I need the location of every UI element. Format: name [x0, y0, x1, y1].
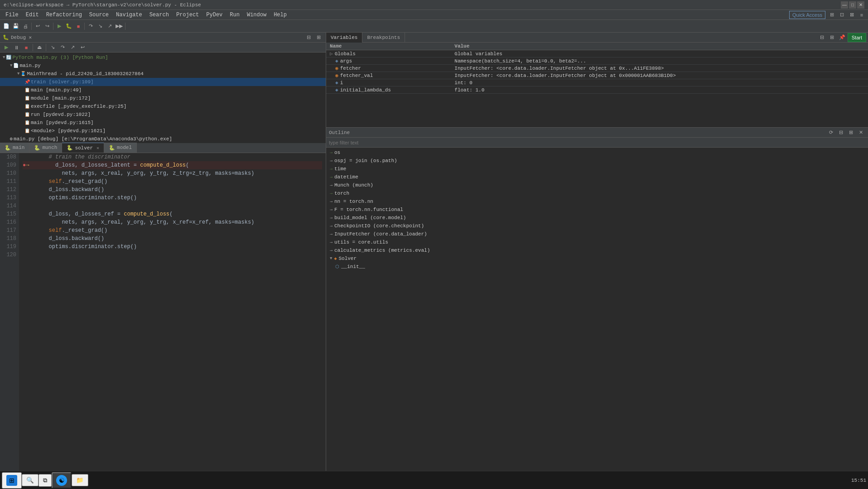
menu-file[interactable]: File	[2, 11, 22, 19]
outline-datetime[interactable]: → datetime	[326, 173, 868, 181]
tb-stop[interactable]: ■	[74, 22, 83, 31]
code-editor[interactable]: 108 109 110 111 112 113 114 115 116 117 …	[0, 153, 326, 479]
vars-row-globals[interactable]: ▷Globals Global variables	[326, 50, 868, 58]
outline-content[interactable]: → os → ospj = join (os.path) → time → da…	[326, 148, 868, 479]
outline-init-method[interactable]: ⬡ __init__	[326, 263, 868, 271]
tree-item-module1621-frame[interactable]: 📋 <module> [pydevd.py:1621]	[0, 127, 326, 135]
menu-window[interactable]: Window	[243, 11, 270, 19]
taskbar-eclipse-btn[interactable]: ☯	[52, 472, 72, 489]
debug-disconnect-btn[interactable]: ⏏	[35, 43, 44, 52]
tree-item-config[interactable]: ⚙ main.py [debug] [e:\ProgramData\Anacon…	[0, 135, 326, 143]
tab-munch[interactable]: 🐍 munch	[29, 143, 62, 153]
vars-collapse-all-btn[interactable]: ⊟	[818, 33, 827, 42]
outline-utils[interactable]: → utils = core.utils	[326, 238, 868, 246]
debug-tree[interactable]: ▼ 🔄 PyTorch main.py (3) [Python Run] ▼ 📄…	[0, 53, 326, 143]
outline-sync-btn[interactable]: ⟳	[826, 128, 835, 137]
tb-redo[interactable]: ↪	[43, 22, 52, 31]
tb-print[interactable]: 🖨	[21, 22, 30, 31]
outline-torch[interactable]: → torch	[326, 189, 868, 197]
tb-undo[interactable]: ↩	[33, 22, 42, 31]
taskbar-explorer-btn[interactable]: 📁	[72, 474, 88, 486]
taskbar-start-btn[interactable]: ⊞	[2, 472, 22, 489]
menu-search[interactable]: Search	[146, 11, 173, 19]
tb-new[interactable]: 📄	[2, 22, 11, 31]
tb-debug[interactable]: 🐛	[64, 22, 73, 31]
code-content[interactable]: # train the discriminator ●→ d_loss, d_l…	[19, 153, 326, 479]
outline-time[interactable]: → time	[326, 165, 868, 173]
vars-expand-all-btn[interactable]: ⊞	[828, 33, 837, 42]
outline-checkpointio[interactable]: → CheckpointIO (core.checkpoint)	[326, 222, 868, 230]
tree-item-run-frame[interactable]: 📋 run [pydevd.py:1022]	[0, 110, 326, 119]
outline-f[interactable]: → F = torch.nn.functional	[326, 206, 868, 214]
tab-model[interactable]: 🐍 model	[104, 143, 137, 153]
menu-source[interactable]: Source	[86, 11, 112, 19]
taskbar-search-btn[interactable]: 🔍	[22, 474, 39, 486]
tree-item-main-frame[interactable]: 📋 main [main.py:49]	[0, 86, 326, 94]
tab-solver[interactable]: 🐍 solver ✕	[62, 143, 104, 153]
menu-refactoring[interactable]: Refactoring	[43, 11, 86, 19]
debug-step-out-btn[interactable]: ↗	[68, 43, 77, 52]
variables-content[interactable]: Name Value ▷Globals Global variables ◈ar…	[326, 43, 868, 127]
debug-collapse-btn[interactable]: ⊟	[304, 33, 313, 42]
vars-row-args[interactable]: ◈args Namespace(batch_size=4, beta1=0.0,…	[326, 58, 868, 65]
tab-solver-close[interactable]: ✕	[96, 145, 99, 151]
outline-ospj[interactable]: → ospj = join (os.path)	[326, 157, 868, 165]
debug-suspend-btn[interactable]: ⏸	[12, 43, 21, 52]
maximize-button[interactable]: □	[849, 1, 856, 9]
menu-navigate[interactable]: Navigate	[112, 11, 146, 19]
outline-nn[interactable]: → nn = torch.nn	[326, 197, 868, 206]
tab-breakpoints[interactable]: Breakpoints	[362, 33, 405, 43]
start-button[interactable]: Start	[848, 33, 866, 42]
outline-build-model[interactable]: → build_model (core.model)	[326, 214, 868, 222]
outline-calc-metrics[interactable]: → calculate_metrics (metrics.eval)	[326, 246, 868, 254]
quick-access-button[interactable]: Quick Access	[789, 11, 825, 19]
debug-step-return-btn[interactable]: ↩	[78, 43, 87, 52]
taskbar-taskview-btn[interactable]: ⧉	[39, 474, 52, 487]
outline-expand-btn[interactable]: ⊞	[846, 128, 855, 137]
close-button[interactable]: ✕	[857, 1, 864, 9]
tb-step-into[interactable]: ↘	[96, 22, 105, 31]
tree-item-thread[interactable]: ▼ 🧵 MainThread - pid_22420_id_1830032627…	[0, 70, 326, 78]
toolbar-icon-2[interactable]: ⊡	[837, 10, 846, 19]
tree-item-train-frame[interactable]: 📌 train [solver.py:109]	[0, 78, 326, 86]
debug-step-into-btn[interactable]: ↘	[48, 43, 57, 52]
menu-pydev[interactable]: PyDev	[203, 11, 226, 19]
vars-row-fetcher[interactable]: ◉fetcher InputFetcher: <core.data.loader…	[326, 65, 868, 72]
tree-item-mainpy[interactable]: ▼ 📄 main.py	[0, 62, 326, 70]
outline-close-btn[interactable]: ✕	[856, 128, 865, 137]
tb-step-over[interactable]: ↷	[86, 22, 95, 31]
debug-resume-btn[interactable]: ▶	[2, 43, 11, 52]
outline-munch[interactable]: → Munch (munch)	[326, 181, 868, 189]
tree-item-module-frame[interactable]: 📋 module [main.py:172]	[0, 94, 326, 102]
tab-munch-icon: 🐍	[34, 145, 40, 151]
menu-run[interactable]: Run	[226, 11, 243, 19]
debug-stop-btn[interactable]: ■	[22, 43, 31, 52]
tree-item-main1615-frame[interactable]: 📋 main [pydevd.py:1615]	[0, 119, 326, 127]
tb-run[interactable]: ▶	[55, 22, 64, 31]
minimize-button[interactable]: —	[841, 1, 848, 9]
tree-item-process[interactable]: ▼ 🔄 PyTorch main.py (3) [Python Run]	[0, 53, 326, 62]
outline-solver-class[interactable]: ▼ ◆ Solver	[326, 254, 868, 263]
tab-variables[interactable]: Variables	[326, 33, 362, 43]
vars-row-lambda[interactable]: ◈initial_lambda_ds float: 1.0	[326, 86, 868, 94]
vars-row-fetcher-val[interactable]: ◉fetcher_val InputFetcher: <core.data.lo…	[326, 72, 868, 79]
toolbar-icon-4[interactable]: ≡	[857, 10, 866, 19]
vars-row-i[interactable]: ◈i int: 0	[326, 79, 868, 86]
outline-filter-input[interactable]	[329, 138, 865, 147]
menu-edit[interactable]: Edit	[22, 11, 43, 19]
menu-project[interactable]: Project	[173, 11, 203, 19]
debug-expand-btn[interactable]: ⊞	[314, 33, 323, 42]
tb-resume[interactable]: ▶▶	[115, 22, 124, 31]
outline-os[interactable]: → os	[326, 149, 868, 157]
tab-main[interactable]: 🐍 main	[0, 143, 29, 153]
tree-item-execfile-frame[interactable]: 📋 execfile [_pydev_execfile.py:25]	[0, 102, 326, 110]
toolbar-icon-1[interactable]: ⊞	[827, 10, 836, 19]
tb-save[interactable]: 💾	[11, 22, 20, 31]
toolbar-icon-3[interactable]: ⊠	[847, 10, 856, 19]
tb-step-out[interactable]: ↗	[105, 22, 114, 31]
outline-collapse-btn[interactable]: ⊟	[836, 128, 845, 137]
menu-help[interactable]: Help	[270, 11, 290, 19]
debug-step-over-btn[interactable]: ↷	[58, 43, 67, 52]
outline-inputfetcher[interactable]: → InputFetcher (core.data_loader)	[326, 230, 868, 238]
vars-pin-btn[interactable]: 📌	[838, 33, 847, 42]
